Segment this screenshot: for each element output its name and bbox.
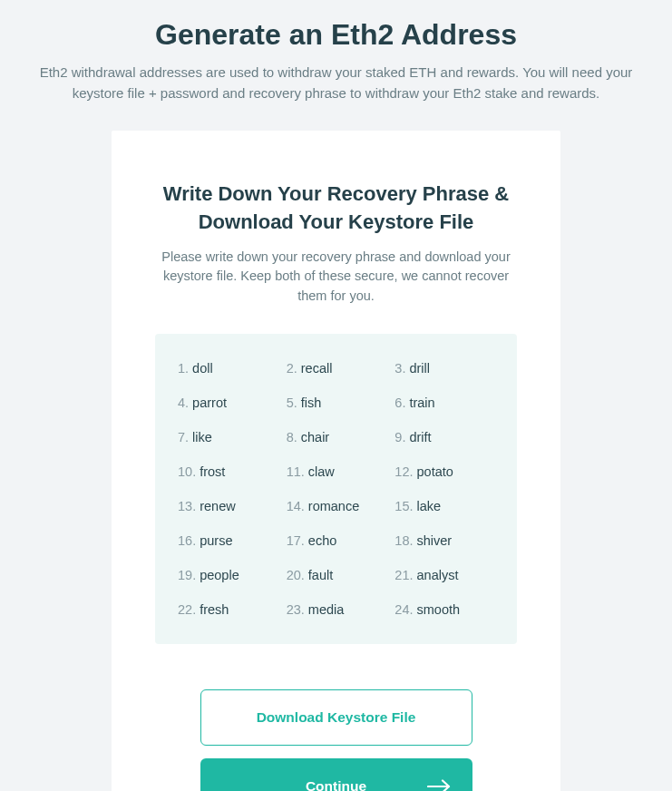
- card-title-line1: Write Down Your Recovery Phrase &: [163, 182, 509, 205]
- phrase-word: drill: [409, 361, 430, 376]
- phrase-word: purse: [200, 533, 232, 548]
- phrase-word: smooth: [417, 602, 461, 617]
- phrase-number: 1.: [178, 361, 189, 376]
- page-title: Generate an Eth2 Address: [0, 18, 672, 52]
- continue-button[interactable]: Continue: [200, 758, 472, 791]
- main-card: Write Down Your Recovery Phrase & Downlo…: [112, 131, 560, 791]
- phrase-item: 4.parrot: [178, 396, 278, 410]
- card-title: Write Down Your Recovery Phrase & Downlo…: [155, 181, 517, 237]
- phrase-word: train: [409, 396, 434, 410]
- phrase-item: 22.fresh: [178, 602, 278, 617]
- phrase-word: shiver: [417, 533, 453, 548]
- phrase-word: fish: [301, 396, 322, 410]
- phrase-number: 3.: [394, 361, 405, 376]
- phrase-word: frost: [200, 464, 225, 479]
- phrase-item: 11.claw: [287, 464, 386, 479]
- phrase-word: renew: [200, 499, 236, 513]
- phrase-item: 8.chair: [287, 430, 386, 444]
- phrase-item: 21.analyst: [394, 568, 494, 582]
- card-description: Please write down your recovery phrase a…: [155, 248, 517, 307]
- phrase-number: 16.: [178, 533, 196, 548]
- phrase-word: doll: [192, 361, 213, 376]
- phrase-item: 9.drift: [394, 430, 494, 444]
- phrase-number: 24.: [394, 602, 413, 617]
- phrase-word: claw: [308, 464, 335, 479]
- download-keystore-button[interactable]: Download Keystore File: [200, 689, 472, 746]
- card-title-line2: Download Your Keystore File: [199, 210, 474, 233]
- phrase-word: echo: [308, 533, 336, 548]
- phrase-item: 24.smooth: [394, 602, 494, 617]
- phrase-number: 15.: [394, 499, 413, 513]
- phrase-word: parrot: [192, 396, 227, 410]
- phrase-item: 10.frost: [178, 464, 278, 479]
- phrase-number: 9.: [394, 430, 405, 444]
- arrow-right-icon: [427, 779, 451, 791]
- phrase-word: chair: [301, 430, 329, 444]
- phrase-item: 18.shiver: [394, 533, 494, 548]
- phrase-number: 18.: [394, 533, 413, 548]
- phrase-item: 23.media: [287, 602, 386, 617]
- phrase-item: 12.potato: [394, 464, 494, 479]
- phrase-word: analyst: [417, 568, 459, 582]
- phrase-word: people: [200, 568, 239, 582]
- phrase-number: 22.: [178, 602, 196, 617]
- phrase-item: 7.like: [178, 430, 278, 444]
- phrase-number: 19.: [178, 568, 196, 582]
- phrase-number: 2.: [287, 361, 297, 376]
- button-container: Download Keystore File Continue: [155, 689, 517, 791]
- phrase-number: 12.: [394, 464, 413, 479]
- recovery-phrase-box: 1.doll2.recall3.drill4.parrot5.fish6.tra…: [155, 334, 517, 644]
- phrase-number: 11.: [287, 464, 305, 479]
- phrase-word: like: [192, 430, 212, 444]
- phrase-item: 5.fish: [287, 396, 386, 410]
- phrase-item: 14.romance: [287, 499, 386, 513]
- phrase-number: 14.: [287, 499, 305, 513]
- phrase-number: 21.: [394, 568, 413, 582]
- phrase-item: 19.people: [178, 568, 278, 582]
- phrase-word: drift: [409, 430, 431, 444]
- phrase-item: 6.train: [394, 396, 494, 410]
- phrase-word: media: [308, 602, 345, 617]
- phrase-number: 5.: [287, 396, 297, 410]
- phrase-number: 7.: [178, 430, 189, 444]
- page-subtitle: Eth2 withdrawal addresses are used to wi…: [19, 63, 654, 103]
- phrase-item: 20.fault: [287, 568, 386, 582]
- phrase-number: 23.: [287, 602, 305, 617]
- phrase-item: 13.renew: [178, 499, 278, 513]
- phrase-number: 10.: [178, 464, 196, 479]
- phrase-number: 6.: [394, 396, 405, 410]
- recovery-phrase-grid: 1.doll2.recall3.drill4.parrot5.fish6.tra…: [178, 361, 494, 617]
- phrase-number: 4.: [178, 396, 189, 410]
- phrase-number: 17.: [287, 533, 305, 548]
- phrase-number: 20.: [287, 568, 305, 582]
- phrase-item: 17.echo: [287, 533, 386, 548]
- phrase-item: 16.purse: [178, 533, 278, 548]
- phrase-word: romance: [308, 499, 359, 513]
- download-keystore-label: Download Keystore File: [257, 709, 416, 726]
- phrase-word: lake: [417, 499, 442, 513]
- phrase-item: 15.lake: [394, 499, 494, 513]
- continue-label: Continue: [306, 778, 366, 791]
- phrase-item: 3.drill: [394, 361, 494, 376]
- phrase-word: fresh: [200, 602, 229, 617]
- phrase-item: 2.recall: [287, 361, 386, 376]
- phrase-item: 1.doll: [178, 361, 278, 376]
- phrase-word: potato: [417, 464, 453, 479]
- phrase-number: 13.: [178, 499, 196, 513]
- phrase-word: recall: [301, 361, 333, 376]
- phrase-number: 8.: [287, 430, 297, 444]
- phrase-word: fault: [308, 568, 333, 582]
